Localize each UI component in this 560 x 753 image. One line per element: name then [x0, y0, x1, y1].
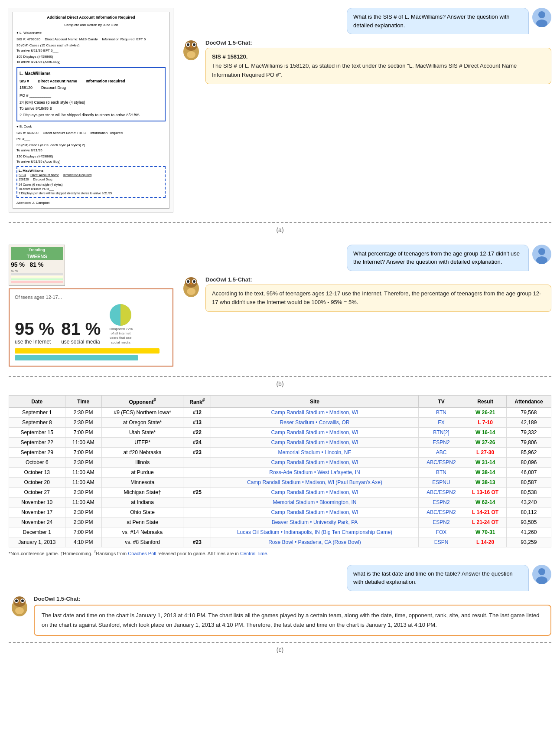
table-row: November 10 11:00 AM at Indiana Memorial… [9, 498, 551, 507]
cell-date: October 13 [9, 468, 65, 478]
col-time: Time [65, 396, 101, 408]
table-row: November 17 2:30 PM Ohio State Camp Rand… [9, 507, 551, 517]
user-message-b: What percentage of teenagers from the ag… [180, 245, 551, 271]
cell-opponent: UTEP* [101, 438, 183, 448]
cell-site: Memorial Stadium • Bloomington, IN [211, 498, 418, 507]
svg-point-20 [193, 280, 195, 283]
cell-time: 11:00 AM [65, 478, 101, 488]
cell-opponent: Minnesota [101, 478, 183, 488]
cell-site: Camp Randall Stadium • Madison, WI [211, 458, 418, 468]
table-row: October 27 2:30 PM Michigan State† #25 C… [9, 488, 551, 498]
coaches-poll-link[interactable]: Coaches Poll [128, 551, 156, 556]
table-row: October 13 11:00 AM at Purdue Ross-Ade S… [9, 468, 551, 478]
cell-tv: BTN [418, 468, 464, 478]
user-bubble-b: What percentage of teenagers from the ag… [347, 245, 529, 271]
cell-rank [183, 517, 211, 527]
col-site: Site [211, 396, 418, 408]
cell-opponent: at Indiana [101, 498, 183, 507]
cell-rank [183, 478, 211, 488]
cell-date: September 29 [9, 448, 65, 458]
svg-point-13 [538, 248, 545, 255]
cell-attendance: 79,332 [506, 428, 551, 438]
table-row: December 1 7:00 PM vs. #14 Nebraska Luca… [9, 527, 551, 537]
cell-site: Lucas Oil Stadium • Indianapolis, IN (Bi… [211, 527, 418, 537]
bot-label-b: DocOwl 1.5-Chat: [205, 276, 551, 283]
cell-attendance: 80,112 [506, 507, 551, 517]
bot-response-a: DocOwl 1.5-Chat: SIS # 158120. The SIS #… [180, 39, 551, 84]
table-row: October 6 2:30 PM Illinois Camp Randall … [9, 458, 551, 468]
cell-date: November 17 [9, 507, 65, 517]
cell-opponent: vs. #14 Nebraska [101, 527, 183, 537]
table-row: September 1 2:30 PM #9 (FCS) Northern Io… [9, 408, 551, 418]
pie-note: Compared 72% of all internet users that … [107, 327, 133, 345]
owl-avatar-c [9, 596, 30, 617]
user-avatar-b [532, 245, 551, 264]
cell-rank: #23 [183, 537, 211, 547]
user-bubble-a: What is the SIS # of L. MacWilliams? Ans… [347, 8, 529, 34]
cell-site: Camp Randall Stadium • Madison, WI [211, 408, 418, 418]
cell-site: Beaver Stadium • University Park, PA [211, 517, 418, 527]
cell-result: W 38-14 [464, 468, 507, 478]
divider-bc [9, 376, 551, 377]
cell-opponent: Illinois [101, 458, 183, 468]
owl-avatar-a [180, 39, 202, 61]
chat-area-a: What is the SIS # of L. MacWilliams? Ans… [180, 8, 551, 84]
doc-row-1: ● L. Watannawe [16, 30, 166, 36]
cell-result: W 38-13 [464, 478, 507, 488]
label-b: (b) [0, 379, 560, 391]
cell-attendance: 43,240 [506, 498, 551, 507]
cell-result: W 26-21 [464, 408, 507, 418]
cell-rank: #13 [183, 418, 211, 428]
cell-time: 7:00 PM [65, 527, 101, 537]
cell-site: Memorial Stadium • Lincoln, NE [211, 448, 418, 458]
bot-content-b: DocOwl 1.5-Chat: According to the text, … [205, 276, 551, 312]
section-c-chat: what is the last date and time on the ta… [0, 560, 560, 640]
cell-site: Camp Randall Stadium • Madison, WI [211, 488, 418, 498]
cell-tv: ABC/ESPN2 [418, 458, 464, 468]
central-time-link[interactable]: Central Time [240, 551, 267, 556]
cell-date: January 1, 2013 [9, 537, 65, 547]
cell-tv: ABC/ESPN2 [418, 488, 464, 498]
col-opponent: Opponent# [101, 396, 183, 408]
table-row: November 24 2:30 PM at Penn State Beaver… [9, 517, 551, 527]
svg-point-31 [21, 599, 24, 602]
cell-time: 7:00 PM [65, 448, 101, 458]
cell-date: September 8 [9, 418, 65, 428]
cell-time: 2:30 PM [65, 488, 101, 498]
label-c: (c) [0, 645, 560, 657]
bot-label-c: DocOwl 1.5-Chat: [34, 596, 551, 602]
cell-tv: FX [418, 418, 464, 428]
label-a: (a) [0, 225, 560, 237]
cell-attendance: 93,259 [506, 537, 551, 547]
cell-result: L 14-21 OT [464, 507, 507, 517]
cell-tv: ABC/ESPN2 [418, 507, 464, 517]
cell-tv: ESPN2 [418, 517, 464, 527]
table-footnote: *Non-conference game. †Homecoming. #Rank… [9, 550, 551, 556]
cell-site: Rose Bowl • Pasadena, CA (Rose Bowl) [211, 537, 418, 547]
cell-site: Camp Randall Stadium • Madison, WI [211, 438, 418, 448]
cell-result: L 13-16 OT [464, 488, 507, 498]
cell-opponent: vs. #8 Stanford [101, 537, 183, 547]
cell-opponent: at Penn State [101, 517, 183, 527]
cell-date: November 10 [9, 498, 65, 507]
cell-rank [183, 458, 211, 468]
cell-rank: #22 [183, 428, 211, 438]
bot-answer-a: SIS # 158120. The SIS # of L. MacWilliam… [205, 48, 551, 84]
cell-result: L 14-20 [464, 537, 507, 547]
svg-point-33 [15, 607, 24, 614]
cell-date: October 6 [9, 458, 65, 468]
bot-answer-b: According to the text, 95% of teenagers … [205, 285, 551, 312]
user-avatar-a [532, 8, 551, 27]
stat2-label: use social media [61, 339, 101, 345]
doc-form: Additional Direct Account Information Re… [13, 12, 169, 209]
svg-point-7 [187, 43, 189, 46]
doc-subtitle: Complete and Return by June 21st [16, 23, 166, 28]
cell-opponent: Michigan State† [101, 488, 183, 498]
table-row: October 20 11:00 AM Minnesota Camp Randa… [9, 478, 551, 488]
cell-rank: #25 [183, 488, 211, 498]
cell-attendance: 93,505 [506, 517, 551, 527]
cell-time: 7:00 PM [65, 428, 101, 438]
cell-result: L 7-10 [464, 418, 507, 428]
macwilliams-dashed: L. MacWilliams SIS #Direct Account NameI… [16, 166, 166, 198]
cell-attendance: 85,962 [506, 448, 551, 458]
